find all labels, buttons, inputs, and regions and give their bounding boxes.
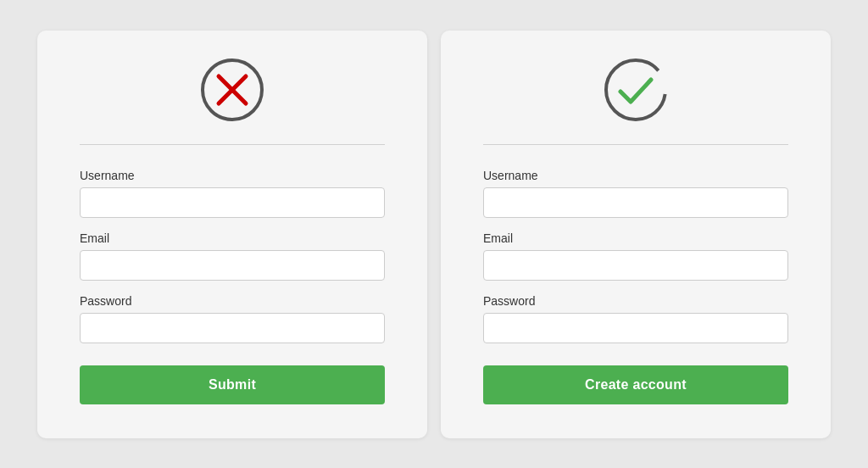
input-password-1[interactable] (80, 313, 385, 343)
divider-error (80, 144, 385, 145)
label-password-2: Password (483, 294, 788, 308)
card-success: Username Email Password Create account (441, 31, 831, 438)
form-group-username-1: Username (80, 169, 385, 218)
success-icon (602, 56, 670, 124)
form-group-password-1: Password (80, 294, 385, 343)
form-group-username-2: Username (483, 169, 788, 218)
submit-button[interactable]: Submit (80, 365, 385, 404)
create-account-button[interactable]: Create account (483, 365, 788, 404)
icon-area-success (483, 56, 788, 144)
divider-success (483, 144, 788, 145)
card-error: Username Email Password Submit (37, 31, 427, 438)
form-group-email-2: Email (483, 231, 788, 281)
icon-area-error (80, 56, 385, 144)
input-email-2[interactable] (483, 250, 788, 281)
input-username-2[interactable] (483, 187, 788, 218)
input-username-1[interactable] (80, 187, 385, 218)
error-icon (198, 56, 266, 124)
input-password-2[interactable] (483, 313, 788, 343)
label-email-2: Email (483, 231, 788, 245)
page-wrapper: Username Email Password Submit Username … (0, 0, 868, 468)
label-username-2: Username (483, 169, 788, 182)
label-username-1: Username (80, 169, 385, 182)
svg-point-3 (606, 60, 665, 120)
label-email-1: Email (80, 231, 385, 245)
label-password-1: Password (80, 294, 385, 308)
form-group-password-2: Password (483, 294, 788, 343)
form-group-email-1: Email (80, 231, 385, 281)
input-email-1[interactable] (80, 250, 385, 281)
